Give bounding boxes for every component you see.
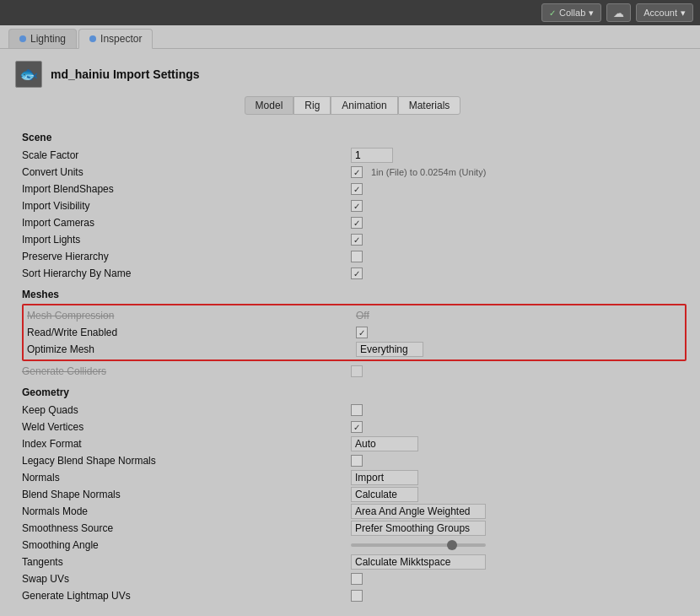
collab-label: Collab	[559, 8, 585, 18]
collab-arrow: ▾	[589, 8, 594, 19]
label-weld-vertices: Weld Vertices	[22, 421, 351, 433]
tab-lighting[interactable]: Lighting	[8, 29, 77, 48]
label-index-format: Index Format	[22, 438, 351, 450]
row-weld-vertices: Weld Vertices	[22, 419, 687, 435]
label-tangents: Tangents	[22, 556, 351, 568]
sub-tab-animation[interactable]: Animation	[331, 96, 397, 115]
input-scale-factor[interactable]	[351, 148, 393, 163]
label-preserve-hierarchy: Preserve Hierarchy	[22, 251, 351, 262]
row-preserve-hierarchy: Preserve Hierarchy	[22, 248, 687, 265]
dropdown-normals[interactable]: Import	[351, 470, 418, 485]
collab-button[interactable]: ✓ Collab ▾	[541, 3, 601, 22]
geometry-section-header: Geometry	[22, 386, 687, 398]
row-smoothness-source: Smoothness Source Prefer Smoothing Group…	[22, 520, 687, 537]
dropdown-smoothness-source[interactable]: Prefer Smoothing Groups	[351, 521, 486, 536]
inspector-tab-label: Inspector	[100, 33, 142, 45]
checkbox-keep-quads[interactable]	[351, 404, 363, 416]
sub-tab-model[interactable]: Model	[245, 96, 294, 115]
smoothing-angle-track[interactable]	[351, 543, 486, 547]
settings-scroll[interactable]: Scene Scale Factor Convert Units 1in (Fi…	[15, 125, 690, 616]
convert-units-hint: 1in (File) to 0.0254m (Unity)	[371, 167, 486, 177]
row-generate-lightmap-uvs: Generate Lightmap UVs	[22, 587, 687, 604]
model-thumbnail: 🐟	[15, 61, 42, 88]
row-keep-quads: Keep Quads	[22, 402, 687, 419]
label-keep-quads: Keep Quads	[22, 404, 351, 416]
label-legacy-blend-shape-normals: Legacy Blend Shape Normals	[22, 455, 351, 467]
label-generate-colliders: Generate Colliders	[22, 365, 351, 377]
label-import-cameras: Import Cameras	[22, 217, 351, 229]
row-import-lights: Import Lights	[22, 231, 687, 248]
label-import-visibility: Import Visibility	[22, 200, 351, 212]
sub-tabs: Model Rig Animation Materials	[15, 96, 690, 115]
value-mesh-compression: Off	[356, 310, 369, 322]
red-highlight-box: Mesh Compression Off Read/Write Enabled …	[22, 304, 687, 361]
checkbox-generate-lightmap-uvs[interactable]	[351, 590, 363, 602]
sub-tab-materials[interactable]: Materials	[398, 96, 461, 115]
checkbox-import-blendshapes[interactable]	[351, 183, 363, 195]
row-import-visibility: Import Visibility	[22, 197, 687, 214]
collab-check-icon: ✓	[549, 8, 556, 18]
label-mesh-compression: Mesh Compression	[27, 310, 356, 322]
checkbox-legacy-blend-shape-normals[interactable]	[351, 455, 363, 467]
row-tangents: Tangents Calculate Mikktspace	[22, 554, 687, 570]
lighting-dot-icon	[19, 35, 26, 42]
label-import-blendshapes: Import BlendShapes	[22, 183, 351, 195]
inspector-dot-icon	[89, 35, 96, 42]
label-scale-factor: Scale Factor	[22, 149, 351, 161]
row-normals: Normals Import	[22, 469, 687, 486]
row-mesh-compression: Mesh Compression Off	[27, 307, 681, 324]
dropdown-index-format[interactable]: Auto	[351, 436, 418, 451]
checkbox-read-write-enabled[interactable]	[356, 327, 368, 338]
dropdown-tangents[interactable]: Calculate Mikktspace	[351, 554, 486, 570]
label-convert-units: Convert Units	[22, 166, 351, 178]
checkbox-convert-units[interactable]	[351, 166, 363, 178]
dropdown-normals-mode[interactable]: Area And Angle Weighted	[351, 504, 486, 519]
dropdown-blend-shape-normals[interactable]: Calculate	[351, 487, 418, 502]
label-import-lights: Import Lights	[22, 234, 351, 246]
tabs-row: Lighting Inspector	[0, 25, 700, 49]
smoothing-angle-slider-container	[351, 543, 486, 547]
label-swap-uvs: Swap UVs	[22, 573, 351, 585]
checkbox-generate-colliders[interactable]	[351, 365, 363, 377]
account-label: Account	[643, 8, 677, 18]
meshes-section-header: Meshes	[22, 289, 687, 300]
main-panel: 🐟 md_hainiu Import Settings Model Rig An…	[0, 49, 700, 616]
checkbox-import-lights[interactable]	[351, 234, 363, 246]
dropdown-optimize-mesh[interactable]: Everything	[356, 342, 423, 357]
label-generate-lightmap-uvs: Generate Lightmap UVs	[22, 590, 351, 602]
row-generate-colliders: Generate Colliders	[22, 363, 687, 380]
label-read-write-enabled: Read/Write Enabled	[27, 327, 356, 338]
row-import-cameras: Import Cameras	[22, 214, 687, 231]
row-index-format: Index Format Auto	[22, 435, 687, 452]
smoothing-angle-thumb[interactable]	[447, 540, 457, 550]
row-sort-hierarchy: Sort Hierarchy By Name	[22, 265, 687, 282]
cloud-button[interactable]: ☁	[606, 3, 631, 22]
checkbox-import-cameras[interactable]	[351, 217, 363, 229]
account-button[interactable]: Account ▾	[636, 3, 693, 22]
checkbox-weld-vertices[interactable]	[351, 421, 363, 433]
checkbox-import-visibility[interactable]	[351, 200, 363, 212]
import-settings-title: md_hainiu Import Settings	[51, 68, 200, 81]
model-thumb-icon: 🐟	[19, 65, 38, 84]
checkbox-swap-uvs[interactable]	[351, 573, 363, 585]
account-arrow: ▾	[681, 8, 686, 19]
checkbox-preserve-hierarchy[interactable]	[351, 251, 363, 262]
checkbox-sort-hierarchy[interactable]	[351, 267, 363, 279]
label-smoothness-source: Smoothness Source	[22, 522, 351, 534]
row-optimize-mesh: Optimize Mesh Everything	[27, 341, 681, 358]
row-swap-uvs: Swap UVs	[22, 570, 687, 587]
sub-tab-rig[interactable]: Rig	[293, 96, 331, 115]
row-scale-factor: Scale Factor	[22, 147, 687, 164]
label-sort-hierarchy: Sort Hierarchy By Name	[22, 267, 351, 279]
label-normals: Normals	[22, 472, 351, 484]
lighting-tab-label: Lighting	[30, 33, 66, 45]
cloud-icon: ☁	[613, 7, 624, 19]
row-read-write-enabled: Read/Write Enabled	[27, 324, 681, 341]
label-smoothing-angle: Smoothing Angle	[22, 539, 351, 551]
label-normals-mode: Normals Mode	[22, 505, 351, 517]
label-blend-shape-normals: Blend Shape Normals	[22, 489, 351, 500]
settings-area: Scene Scale Factor Convert Units 1in (Fi…	[15, 132, 687, 604]
row-normals-mode: Normals Mode Area And Angle Weighted	[22, 503, 687, 520]
label-optimize-mesh: Optimize Mesh	[27, 343, 356, 355]
tab-inspector[interactable]: Inspector	[78, 29, 153, 49]
